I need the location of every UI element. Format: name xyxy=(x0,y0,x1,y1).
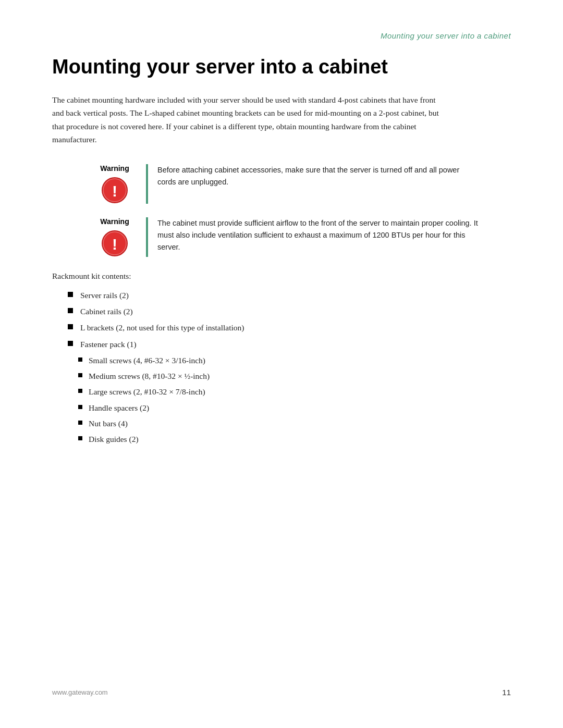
warning-text-2: The cabinet must provide sufficient airf… xyxy=(157,216,480,254)
list-item-text-5: Small screws (4, #6-32 × 3/16-inch) xyxy=(89,354,205,366)
warnings-section: Warning ! Before attaching cabinet acces… xyxy=(83,163,480,257)
warning-label-2: Warning xyxy=(100,217,129,226)
kit-list-level2: Small screws (4, #6-32 × 3/16-inch) Medi… xyxy=(78,354,511,446)
warning-text-1: Before attaching cabinet accessories, ma… xyxy=(157,163,480,188)
footer-url: www.gateway.com xyxy=(52,688,108,696)
bullet-icon-4 xyxy=(68,341,73,346)
bullet-icon-5 xyxy=(78,357,82,362)
list-item-3: L brackets (2, not used for this type of… xyxy=(68,322,511,334)
bullet-icon-2 xyxy=(68,308,73,313)
intro-paragraph: The cabinet mounting hardware included w… xyxy=(52,93,448,146)
list-item-text-3: L brackets (2, not used for this type of… xyxy=(80,322,244,334)
bullet-icon-6 xyxy=(78,373,82,377)
bullet-icon-9 xyxy=(78,421,82,425)
svg-text:!: ! xyxy=(112,182,117,200)
list-item-text-8: Handle spacers (2) xyxy=(89,402,149,414)
rackmount-heading: Rackmount kit contents: xyxy=(52,272,511,281)
warning-icon-2: ! xyxy=(101,230,128,257)
warning-left-2: Warning ! xyxy=(83,216,146,257)
kit-list-level1: Server rails (2) Cabinet rails (2) L bra… xyxy=(68,289,511,350)
list-item-7: Large screws (2, #10-32 × 7/8-inch) xyxy=(78,386,511,398)
page: Mounting your server into a cabinet Moun… xyxy=(0,0,563,728)
list-item-text-9: Nut bars (4) xyxy=(89,417,128,429)
list-item-text-1: Server rails (2) xyxy=(80,289,129,301)
page-footer: www.gateway.com 11 xyxy=(0,688,563,697)
list-item-9: Nut bars (4) xyxy=(78,417,511,429)
chapter-title: Mounting your server into a cabinet xyxy=(381,31,511,40)
list-item-6: Medium screws (8, #10-32 × ½-inch) xyxy=(78,370,511,382)
warning-block-2: Warning ! The cabinet must provide suffi… xyxy=(83,216,480,257)
warning-left-1: Warning ! xyxy=(83,163,146,204)
bullet-icon-1 xyxy=(68,292,73,297)
warning-icon-1: ! xyxy=(101,177,128,204)
list-item-text-4: Fastener pack (1) xyxy=(80,338,137,350)
list-item-text-6: Medium screws (8, #10-32 × ½-inch) xyxy=(89,370,210,382)
list-item-text-2: Cabinet rails (2) xyxy=(80,305,133,317)
list-item-1: Server rails (2) xyxy=(68,289,511,301)
bullet-icon-3 xyxy=(68,324,73,329)
bullet-icon-10 xyxy=(78,436,82,440)
bullet-icon-7 xyxy=(78,389,82,393)
page-title: Mounting your server into a cabinet xyxy=(52,56,511,79)
warning-block-1: Warning ! Before attaching cabinet acces… xyxy=(83,163,480,204)
warning-divider-2 xyxy=(146,217,148,257)
list-item-text-7: Large screws (2, #10-32 × 7/8-inch) xyxy=(89,386,205,398)
list-item-8: Handle spacers (2) xyxy=(78,402,511,414)
warning-divider-1 xyxy=(146,164,148,204)
list-item-4: Fastener pack (1) xyxy=(68,338,511,350)
chapter-header: Mounting your server into a cabinet xyxy=(52,31,511,40)
warning-label-1: Warning xyxy=(100,164,129,172)
list-item-2: Cabinet rails (2) xyxy=(68,305,511,317)
svg-text:!: ! xyxy=(112,236,117,253)
list-item-text-10: Disk guides (2) xyxy=(89,433,139,445)
footer-page-number: 11 xyxy=(502,688,511,697)
list-item-5: Small screws (4, #6-32 × 3/16-inch) xyxy=(78,354,511,366)
list-item-10: Disk guides (2) xyxy=(78,433,511,445)
bullet-icon-8 xyxy=(78,405,82,409)
